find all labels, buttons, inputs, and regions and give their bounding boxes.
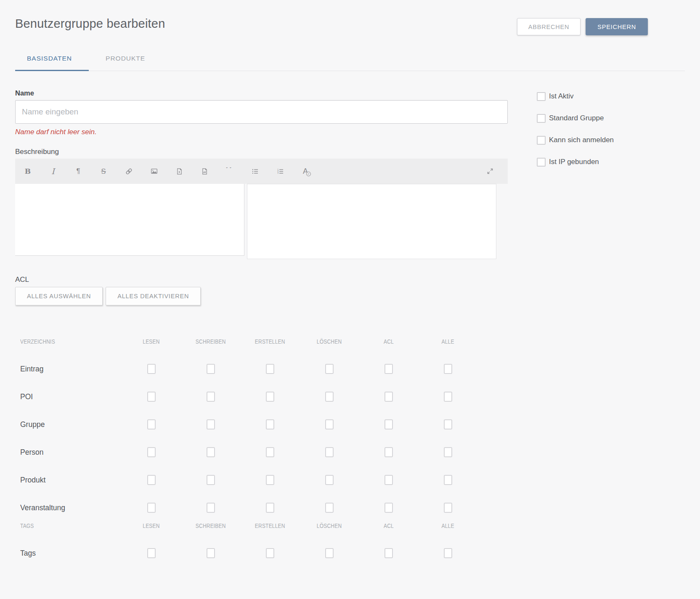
perm-row-label-poi: POI [20, 392, 122, 401]
perm-checkbox-person-schreiben[interactable] [207, 447, 215, 457]
perm-checkbox-tags-lesen[interactable] [147, 548, 156, 558]
name-label: Name [15, 89, 508, 97]
flag-checkbox-kann-sich-anmelden[interactable] [537, 136, 546, 145]
perm-checkbox-poi-alle[interactable] [444, 392, 452, 402]
cancel-button[interactable]: ABBRECHEN [517, 18, 581, 35]
perm-column-acl: ACL [384, 522, 394, 530]
image-icon[interactable] [141, 159, 167, 184]
perm-checkbox-person-acl[interactable] [384, 447, 393, 457]
perm-checkbox-eintrag-alle[interactable] [444, 364, 452, 374]
perm-checkbox-produkt-lesen[interactable] [147, 475, 156, 485]
perm-checkbox-gruppe-schreiben[interactable] [207, 419, 215, 429]
flag-checkbox-ist-ip-gebunden[interactable] [537, 158, 546, 167]
perm-checkbox-veranstaltung-erstellen[interactable] [266, 503, 274, 513]
editor-panes [15, 184, 508, 259]
permissions-table: VERZEICHNISLESENSCHREIBENERSTELLENLÖSCHE… [15, 337, 508, 567]
perm-checkbox-produkt-loeschen[interactable] [325, 475, 334, 485]
acl-label: ACL [15, 275, 508, 284]
blockquote-icon[interactable]: ” [217, 159, 242, 184]
main-form: Name Name darf nicht leer sein. Beschrei… [15, 82, 508, 567]
perm-column-schreiben: SCHREIBEN [196, 337, 226, 346]
flag-row-ist-aktiv: Ist Aktiv [537, 91, 688, 102]
link-icon[interactable] [116, 159, 141, 184]
tab-basisdaten[interactable]: BASISDATEN [27, 55, 72, 62]
perm-checkbox-produkt-erstellen[interactable] [266, 475, 274, 485]
page: Benutzergruppe bearbeiten ABBRECHEN SPEI… [0, 0, 700, 599]
perm-checkbox-person-lesen[interactable] [147, 447, 156, 457]
perm-checkbox-gruppe-loeschen[interactable] [325, 419, 334, 429]
editor-preview-pane [247, 184, 496, 259]
perm-checkbox-eintrag-erstellen[interactable] [266, 364, 274, 374]
spellcheck-icon[interactable]: A✓ [293, 159, 318, 184]
flag-checkbox-ist-aktiv[interactable] [537, 92, 546, 101]
strikethrough-icon[interactable]: S [91, 159, 116, 184]
flag-row-ist-ip-gebunden: Ist IP gebunden [537, 156, 688, 167]
perm-checkbox-produkt-schreiben[interactable] [207, 475, 215, 485]
pdf-icon[interactable] [192, 159, 217, 184]
perm-row-veranstaltung: Veranstaltung [15, 494, 508, 522]
perm-checkbox-gruppe-acl[interactable] [384, 419, 393, 429]
flag-label-ist-aktiv: Ist Aktiv [549, 92, 574, 101]
perm-checkbox-produkt-alle[interactable] [444, 475, 452, 485]
paragraph-icon[interactable]: ¶ [66, 159, 91, 184]
perm-checkbox-gruppe-alle[interactable] [444, 419, 452, 429]
perm-checkbox-poi-schreiben[interactable] [207, 392, 215, 402]
tab-produkte[interactable]: PRODUKTE [106, 55, 145, 62]
perm-checkbox-person-alle[interactable] [444, 447, 452, 457]
editor-input-pane[interactable] [15, 184, 244, 256]
perm-column-schreiben: SCHREIBEN [196, 522, 226, 530]
perm-column-alle: ALLE [441, 522, 454, 530]
flag-checkbox-standard-gruppe[interactable] [537, 114, 546, 123]
perm-checkbox-tags-alle[interactable] [444, 548, 452, 558]
perm-checkbox-tags-schreiben[interactable] [207, 548, 215, 558]
perm-checkbox-person-loeschen[interactable] [325, 447, 334, 457]
bold-icon[interactable]: B [15, 159, 40, 184]
acl-deselect-all-button[interactable]: ALLES DEAKTIVIEREN [106, 287, 201, 305]
perm-row-label-gruppe: Gruppe [20, 420, 122, 429]
perm-checkbox-veranstaltung-schreiben[interactable] [207, 503, 215, 513]
description-editor: BI¶S”123A✓ [15, 159, 508, 259]
name-error: Name darf nicht leer sein. [15, 127, 508, 136]
perm-checkbox-eintrag-loeschen[interactable] [325, 364, 334, 374]
perm-row-person: Person [15, 438, 508, 466]
group-flags: Ist AktivStandard GruppeKann sich anmeld… [537, 91, 688, 178]
perm-checkbox-veranstaltung-lesen[interactable] [147, 503, 156, 513]
top-actions: ABBRECHEN SPEICHERN [517, 18, 648, 35]
perm-checkbox-person-erstellen[interactable] [266, 447, 274, 457]
perm-column-acl: ACL [384, 337, 394, 346]
perm-column-lesen: LESEN [143, 522, 159, 530]
perm-checkbox-poi-lesen[interactable] [147, 392, 156, 402]
perm-checkbox-poi-erstellen[interactable] [266, 392, 274, 402]
perm-column-lesen: LESEN [143, 337, 159, 346]
perm-checkbox-poi-acl[interactable] [384, 392, 393, 402]
acl-select-all-button[interactable]: ALLES AUSWÄHLEN [15, 287, 103, 305]
perm-checkbox-produkt-acl[interactable] [384, 475, 393, 485]
name-input[interactable] [15, 100, 508, 124]
perm-checkbox-gruppe-erstellen[interactable] [266, 419, 274, 429]
video-icon[interactable] [167, 159, 192, 184]
fullscreen-icon[interactable] [477, 159, 503, 184]
perm-row-label-eintrag: Eintrag [20, 365, 122, 374]
perm-row-label-veranstaltung: Veranstaltung [20, 504, 122, 512]
perm-checkbox-gruppe-lesen[interactable] [147, 419, 156, 429]
perm-checkbox-eintrag-schreiben[interactable] [207, 364, 215, 374]
perm-checkbox-veranstaltung-loeschen[interactable] [325, 503, 334, 513]
active-tab-underline [15, 70, 89, 71]
perm-row-label-tags: Tags [20, 549, 122, 558]
perm-checkbox-eintrag-acl[interactable] [384, 364, 393, 374]
perm-checkbox-tags-erstellen[interactable] [266, 548, 274, 558]
unordered-list-icon[interactable] [242, 159, 268, 184]
perm-row-label-produkt: Produkt [20, 476, 122, 485]
perm-checkbox-tags-loeschen[interactable] [325, 548, 334, 558]
italic-icon[interactable]: I [40, 159, 66, 184]
perm-checkbox-veranstaltung-alle[interactable] [444, 503, 452, 513]
perm-checkbox-poi-loeschen[interactable] [325, 392, 334, 402]
svg-text:3: 3 [277, 172, 278, 174]
perm-checkbox-tags-acl[interactable] [384, 548, 393, 558]
save-button[interactable]: SPEICHERN [586, 18, 648, 35]
perm-checkbox-eintrag-lesen[interactable] [147, 364, 156, 374]
perm-checkbox-veranstaltung-acl[interactable] [384, 503, 393, 513]
perm-header-verzeichnis: VERZEICHNISLESENSCHREIBENERSTELLENLÖSCHE… [15, 337, 508, 346]
perm-column-erstellen: ERSTELLEN [255, 522, 285, 530]
ordered-list-icon[interactable]: 123 [268, 159, 293, 184]
